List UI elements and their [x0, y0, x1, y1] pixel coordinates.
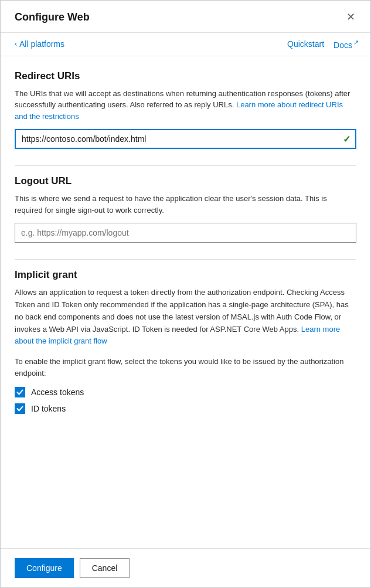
access-tokens-row: Access tokens — [15, 387, 356, 397]
redirect-uri-input[interactable] — [15, 129, 356, 149]
redirect-uris-section: Redirect URIs The URIs that we will acce… — [15, 70, 356, 149]
input-checkmark-icon: ✓ — [343, 134, 350, 145]
configure-button[interactable]: Configure — [15, 558, 74, 578]
quickstart-link[interactable]: Quickstart — [287, 39, 324, 49]
back-link-label: All platforms — [19, 39, 64, 49]
modal-title: Configure Web — [15, 11, 90, 23]
grant-instruction: To enable the implicit grant flow, selec… — [15, 356, 356, 379]
divider-1 — [15, 165, 356, 166]
logout-url-section: Logout URL This is where we send a reque… — [15, 175, 356, 243]
access-tokens-checkbox[interactable] — [15, 387, 25, 397]
id-tokens-checkbox[interactable] — [15, 403, 25, 414]
modal-body: Redirect URIs The URIs that we will acce… — [1, 56, 370, 548]
implicit-grant-title: Implicit grant — [15, 269, 356, 281]
modal-footer: Configure Cancel — [1, 548, 370, 587]
redirect-uris-title: Redirect URIs — [15, 70, 356, 82]
docs-link[interactable]: Docs — [333, 39, 359, 50]
logout-url-input[interactable] — [15, 223, 356, 243]
redirect-uris-desc: The URIs that we will accept as destinat… — [15, 88, 356, 123]
logout-url-title: Logout URL — [15, 175, 356, 187]
logout-url-input-wrapper — [15, 223, 356, 243]
close-button[interactable]: ✕ — [342, 9, 359, 25]
modal-container: Configure Web ✕ ‹ All platforms Quicksta… — [0, 0, 371, 588]
divider-2 — [15, 259, 356, 260]
logout-url-desc: This is where we send a request to have … — [15, 193, 356, 216]
implicit-grant-section: Implicit grant Allows an application to … — [15, 269, 356, 414]
nav-bar: ‹ All platforms Quickstart Docs — [1, 33, 370, 56]
modal-header: Configure Web ✕ — [1, 1, 370, 33]
access-tokens-check-icon — [16, 389, 23, 396]
nav-links: Quickstart Docs — [287, 39, 359, 50]
redirect-uri-input-wrapper: ✓ — [15, 129, 356, 149]
back-link[interactable]: ‹ All platforms — [15, 39, 64, 49]
access-tokens-label[interactable]: Access tokens — [31, 388, 84, 397]
id-tokens-label[interactable]: ID tokens — [31, 404, 66, 413]
implicit-grant-desc: Allows an application to request a token… — [15, 287, 356, 348]
id-tokens-check-icon — [16, 405, 23, 412]
implicit-grant-desc-text: Allows an application to request a token… — [15, 288, 349, 333]
cancel-button[interactable]: Cancel — [80, 558, 130, 578]
id-tokens-row: ID tokens — [15, 403, 356, 414]
back-chevron-icon: ‹ — [15, 40, 17, 48]
